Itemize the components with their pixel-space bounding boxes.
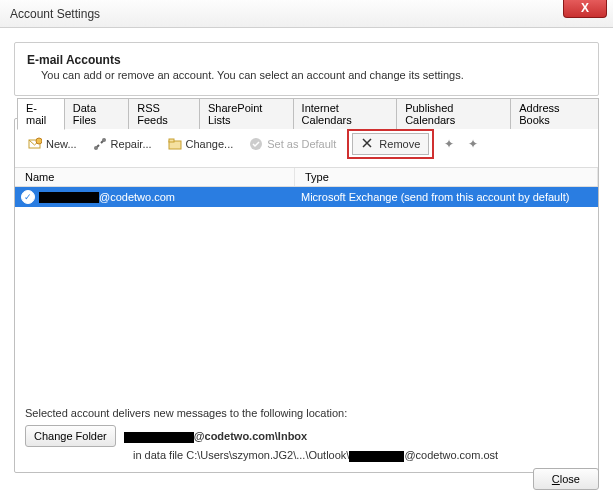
- change-button[interactable]: Change...: [163, 134, 239, 154]
- new-button[interactable]: New...: [23, 134, 82, 154]
- move-down-icon[interactable]: ✦: [464, 137, 482, 151]
- dialog-footer: Close: [533, 468, 599, 490]
- folder-path-suffix: @codetwo.com\Inbox: [194, 430, 307, 442]
- change-folder-button[interactable]: Change Folder: [25, 425, 116, 447]
- window-close-button[interactable]: X: [563, 0, 607, 18]
- tab-rss-feeds[interactable]: RSS Feeds: [128, 98, 200, 129]
- column-header-type[interactable]: Type: [295, 168, 598, 186]
- account-list: ✓ @codetwo.com Microsoft Exchange (send …: [15, 187, 598, 337]
- tab-sharepoint-lists[interactable]: SharePoint Lists: [199, 98, 294, 129]
- new-mail-icon: [28, 137, 42, 151]
- delivery-folder: @codetwo.com\Inbox: [124, 430, 307, 443]
- account-row[interactable]: ✓ @codetwo.com Microsoft Exchange (send …: [15, 187, 598, 207]
- tab-data-files[interactable]: Data Files: [64, 98, 129, 129]
- tab-internet-calendars[interactable]: Internet Calendars: [293, 98, 398, 129]
- header-subtitle: You can add or remove an account. You ca…: [27, 69, 586, 81]
- svg-point-3: [102, 138, 106, 142]
- column-header-name[interactable]: Name: [15, 168, 295, 186]
- redacted-text: [39, 192, 99, 203]
- svg-rect-5: [169, 139, 174, 142]
- tab-email[interactable]: E-mail: [17, 98, 65, 130]
- header-panel: E-mail Accounts You can add or remove an…: [14, 42, 599, 96]
- file-path-prefix: in data file C:\Users\szymon.JG2\...\Out…: [133, 449, 349, 461]
- list-header: Name Type: [15, 167, 598, 187]
- delivery-info: Selected account delivers new messages t…: [25, 407, 588, 462]
- repair-label: Repair...: [111, 138, 152, 150]
- set-default-button: Set as Default: [244, 134, 341, 154]
- title-bar: Account Settings X: [0, 0, 613, 28]
- window-title: Account Settings: [8, 7, 100, 21]
- tab-address-books[interactable]: Address Books: [510, 98, 599, 129]
- close-icon: X: [581, 1, 589, 15]
- set-default-label: Set as Default: [267, 138, 336, 150]
- file-path-suffix: @codetwo.com.ost: [404, 449, 498, 461]
- tab-published-calendars[interactable]: Published Calendars: [396, 98, 511, 129]
- account-name-suffix: @codetwo.com: [99, 191, 175, 203]
- redacted-text: [124, 432, 194, 443]
- move-up-icon[interactable]: ✦: [440, 137, 458, 151]
- header-title: E-mail Accounts: [27, 53, 586, 67]
- repair-button[interactable]: Repair...: [88, 134, 157, 154]
- check-circle-icon: [249, 137, 263, 151]
- svg-point-2: [94, 146, 98, 150]
- delivery-data-file: in data file C:\Users\szymon.JG2\...\Out…: [25, 449, 588, 462]
- change-folder-icon: [168, 137, 182, 151]
- close-button[interactable]: Close: [533, 468, 599, 490]
- redacted-text: [349, 451, 404, 462]
- account-type: Microsoft Exchange (send from this accou…: [295, 188, 598, 206]
- default-account-check-icon: ✓: [21, 190, 35, 204]
- remove-highlight-box: Remove: [347, 129, 434, 159]
- svg-point-1: [36, 138, 42, 144]
- remove-label: Remove: [379, 138, 420, 150]
- delivery-intro: Selected account delivers new messages t…: [25, 407, 588, 419]
- remove-x-icon: [361, 137, 375, 151]
- tab-strip: E-mail Data Files RSS Feeds SharePoint L…: [17, 98, 598, 129]
- tab-container: E-mail Data Files RSS Feeds SharePoint L…: [14, 118, 599, 473]
- change-label: Change...: [186, 138, 234, 150]
- repair-tools-icon: [93, 137, 107, 151]
- new-label: New...: [46, 138, 77, 150]
- remove-button[interactable]: Remove: [352, 133, 429, 155]
